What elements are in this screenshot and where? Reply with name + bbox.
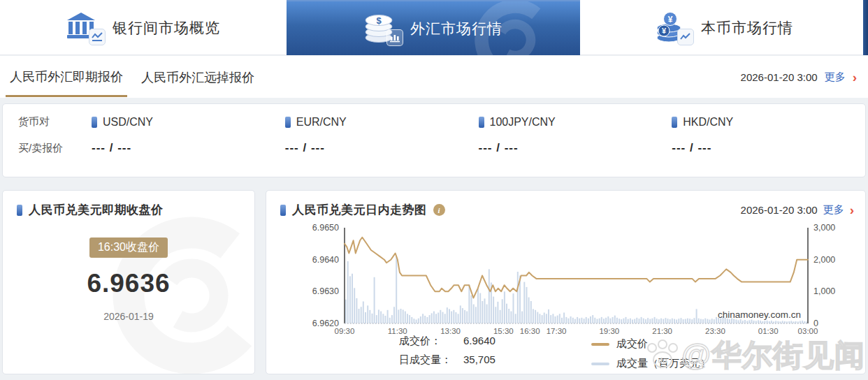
bid-ask-hkd-cny: --- / --- bbox=[672, 141, 865, 155]
svg-text:15:30: 15:30 bbox=[493, 327, 514, 335]
chevron-right-icon[interactable]: › bbox=[853, 71, 857, 84]
quote-subnav: 人民币外汇即期报价 人民币外汇远掉报价 2026-01-20 3:00 更多 › bbox=[0, 56, 868, 98]
more-link[interactable]: 更多 bbox=[825, 71, 846, 84]
blue-marker-icon bbox=[17, 205, 22, 216]
pair-hkd-cny[interactable]: HKD/CNY bbox=[672, 116, 865, 129]
yuan-coins-icon: ¥ ¥ bbox=[655, 12, 691, 44]
tab-fx-market[interactable]: $ 外汇市场行情 bbox=[287, 0, 580, 55]
blue-marker-icon bbox=[285, 117, 291, 128]
info-icon[interactable]: i bbox=[433, 204, 445, 216]
day-volume-value: 35,705 bbox=[463, 353, 496, 367]
main-nav: 银行间市场概览 $ 外汇市场行情 bbox=[0, 0, 868, 55]
volume-bar-swatch bbox=[591, 363, 609, 365]
subtab-spot-quotes[interactable]: 人民币外汇即期报价 bbox=[6, 57, 127, 97]
mini-bar-chart-icon bbox=[386, 29, 403, 46]
mini-trend-chart-icon bbox=[677, 29, 694, 45]
svg-text:01:30: 01:30 bbox=[758, 327, 779, 335]
blue-marker-icon bbox=[479, 117, 484, 128]
close-time-badge: 16:30收盘价 bbox=[89, 238, 168, 258]
svg-text:6.9650: 6.9650 bbox=[312, 223, 339, 233]
row-label-bid-ask: 买/卖报价 bbox=[18, 142, 92, 155]
chart-legend: 成交价 成交量（百万美元） bbox=[591, 337, 711, 374]
svg-text:$: $ bbox=[376, 15, 382, 26]
last-price-value: 6.9640 bbox=[463, 335, 496, 348]
tab-label: 本币市场行情 bbox=[701, 18, 793, 38]
bid-ask-usd-cny: --- / --- bbox=[92, 141, 285, 155]
row-label-currency-pair: 货币对 bbox=[18, 115, 92, 129]
spot-closing-price-panel: 人民币兑美元即期收盘价 16:30收盘价 6.9636 2026-01-19 bbox=[2, 190, 255, 374]
svg-text:1,000: 1,000 bbox=[813, 286, 835, 296]
price-line-swatch bbox=[591, 343, 609, 346]
quote-timestamp: 2026-01-20 3:00 bbox=[741, 71, 818, 83]
bid-ask-eur-cny: --- / --- bbox=[285, 141, 479, 155]
day-volume-label: 日成交量： bbox=[399, 353, 463, 367]
tab-interbank-overview[interactable]: 银行间市场概览 bbox=[0, 0, 287, 55]
pair-eur-cny[interactable]: EUR/CNY bbox=[285, 116, 479, 129]
blue-marker-icon bbox=[92, 117, 97, 128]
tab-label: 银行间市场概览 bbox=[113, 18, 220, 38]
svg-text:6.9640: 6.9640 bbox=[312, 255, 339, 265]
chevron-right-icon[interactable]: › bbox=[850, 203, 854, 217]
pair-name: USD/CNY bbox=[103, 116, 153, 129]
svg-text:16:30: 16:30 bbox=[520, 327, 540, 335]
blue-marker-icon bbox=[672, 117, 677, 128]
svg-text:21:30: 21:30 bbox=[652, 327, 672, 335]
more-link[interactable]: 更多 bbox=[823, 203, 844, 217]
svg-text:¥: ¥ bbox=[668, 14, 673, 24]
panel-title: 人民币兑美元即期收盘价 bbox=[29, 202, 164, 218]
fx-quote-table: 货币对 USD/CNY EUR/CNY 100JPY/CNY HKD/CNY 买… bbox=[2, 103, 866, 177]
scrollbar-thumb[interactable] bbox=[863, 0, 868, 55]
closing-price-value: 6.9636 bbox=[87, 269, 170, 298]
dollar-coins-icon: $ bbox=[364, 13, 400, 45]
tab-label: 外汇市场行情 bbox=[410, 19, 502, 38]
svg-text:03:00: 03:00 bbox=[798, 327, 818, 335]
svg-text:3,000: 3,000 bbox=[813, 223, 835, 233]
svg-text:6.9630: 6.9630 bbox=[312, 286, 339, 296]
bid-ask-100jpy-cny: --- / --- bbox=[479, 141, 672, 155]
closing-price-date: 2026-01-19 bbox=[103, 311, 154, 322]
pair-100jpy-cny[interactable]: 100JPY/CNY bbox=[479, 116, 672, 129]
tab-local-currency-market[interactable]: ¥ ¥ 本币市场行情 bbox=[580, 0, 868, 55]
pair-usd-cny[interactable]: USD/CNY bbox=[92, 116, 285, 129]
svg-text:2,000: 2,000 bbox=[813, 255, 835, 265]
last-price-label: 成交价： bbox=[399, 335, 463, 348]
panel-title: 人民币兑美元日内走势图 bbox=[292, 202, 427, 218]
pair-name: 100JPY/CNY bbox=[490, 116, 556, 129]
pair-name: EUR/CNY bbox=[296, 116, 347, 129]
svg-text:09:30: 09:30 bbox=[335, 327, 355, 335]
chart-timestamp: 2026-01-20 3:00 bbox=[741, 204, 818, 216]
pair-name: HKD/CNY bbox=[683, 116, 733, 129]
bank-chart-icon bbox=[66, 12, 103, 44]
blue-marker-icon bbox=[280, 205, 286, 216]
svg-text:17:30: 17:30 bbox=[547, 327, 567, 335]
svg-text:chinamoney.com.cn: chinamoney.com.cn bbox=[718, 309, 801, 320]
svg-text:¥: ¥ bbox=[662, 27, 667, 35]
svg-text:23:30: 23:30 bbox=[705, 327, 725, 335]
legend-volume-label: 成交量（百万美元） bbox=[616, 357, 711, 370]
svg-text:19:30: 19:30 bbox=[599, 327, 619, 335]
subtab-forward-swap-quotes[interactable]: 人民币外汇远掉报价 bbox=[137, 58, 259, 96]
intraday-chart-panel: 人民币兑美元日内走势图 i 2026-01-20 3:00 更多 › 6.965… bbox=[266, 190, 866, 374]
legend-price-label: 成交价 bbox=[616, 337, 648, 351]
intraday-price-volume-chart[interactable]: 6.96506.96406.96306.96203,0002,0001,0000… bbox=[272, 217, 862, 337]
chart-stats: 成交价： 6.9640 日成交量： 35,705 bbox=[399, 335, 496, 372]
mini-line-chart-icon bbox=[89, 29, 106, 45]
